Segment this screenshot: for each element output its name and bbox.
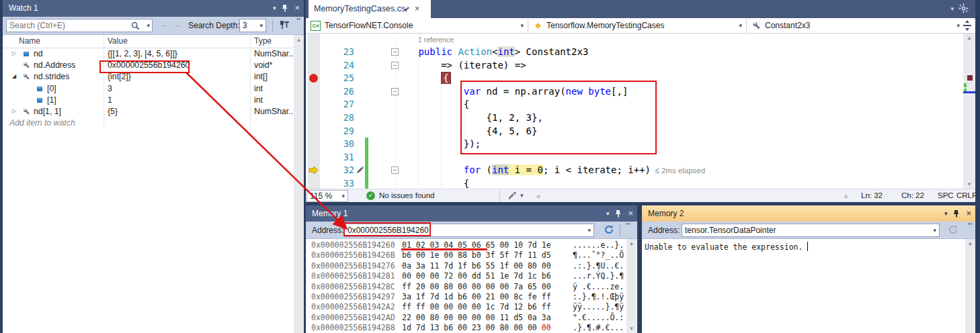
expander-collapsed-icon[interactable]: ▷ [12, 108, 16, 114]
watch-value[interactable]: {int[2]} [108, 72, 131, 81]
watch-name[interactable]: nd [34, 49, 43, 58]
watch-name[interactable]: nd[1, 1] [34, 107, 61, 116]
watch-row[interactable]: [1]1int [3, 95, 294, 106]
code-token: nd = np.array( [481, 86, 565, 97]
refresh-icon-disabled[interactable] [948, 224, 958, 235]
window-position-icon[interactable]: ▾ [606, 205, 610, 222]
watch-row[interactable]: [0]3int [3, 83, 294, 95]
tab-close-icon[interactable]: × [415, 0, 419, 17]
toolbar-overflow-icon[interactable]: '' [626, 222, 630, 230]
watch-name[interactable]: [0] [47, 84, 56, 93]
watch-scrollbar[interactable]: ▲ [294, 35, 304, 333]
memory1-title-bar[interactable]: Memory 1 ▾ × [306, 205, 637, 222]
close-icon[interactable]: × [294, 0, 300, 16]
memory2-title-bar[interactable]: Memory 2 ▾ × [642, 205, 975, 222]
gear-icon[interactable] [958, 3, 969, 13]
watch-value[interactable]: 1 [108, 95, 112, 105]
window-position-icon[interactable]: ▾ [273, 0, 276, 16]
memory-hex-bytes[interactable]: ff 20 00 80 00 00 00 00 7a 65 00 [402, 282, 551, 292]
code-line[interactable]: => (iterate) => [373, 59, 526, 73]
memory2-content[interactable]: Unable to evaluate the expression. [642, 239, 965, 333]
code-editor[interactable]: 1 reference 23− public Action<int> Const… [306, 34, 963, 189]
memory-hex-bytes[interactable]: 00 00 00 72 00 dd 51 1e 7d 1c b6 [402, 271, 551, 281]
split-window-icon[interactable] [963, 20, 972, 31]
code-cleanup-dropdown-icon[interactable]: ▾ [520, 192, 524, 199]
format-specifier-icon[interactable] [278, 19, 290, 31]
add-item-label[interactable]: Add item to watch [9, 118, 75, 128]
memory1-hex-dump[interactable]: 0x000002556B19426001 02 03 04 05 06 65 0… [306, 239, 626, 333]
watch-name[interactable]: [1] [47, 95, 56, 105]
issues-label[interactable]: No issues found [379, 191, 434, 199]
code-line[interactable]: {4, 5, 6} [373, 125, 537, 138]
tab-pin-icon[interactable] [403, 5, 411, 13]
close-icon[interactable]: × [628, 205, 633, 222]
reference-count-label[interactable]: 1 reference [418, 36, 454, 44]
memory1-scrollbar[interactable]: ▲ ▼ [626, 239, 637, 333]
watch-value[interactable]: 0x000002556b194260 [108, 60, 190, 70]
watch-value[interactable]: {[[1, 2, 3], [4, 5, 6]]} [108, 49, 177, 58]
breakpoint-margin[interactable] [308, 34, 320, 189]
code-line[interactable]: { [373, 177, 469, 189]
column-type[interactable]: Type [254, 36, 272, 46]
expander-expanded-icon[interactable]: ◢ [12, 73, 16, 79]
tabstrip-dropdown-icon[interactable]: ▾ [950, 5, 954, 12]
search-input[interactable]: Search (Ctrl+E) ▾ [6, 19, 153, 32]
watch-name[interactable]: nd.Address [34, 60, 75, 70]
code-cleanup-icon[interactable] [507, 191, 518, 201]
zoom-select[interactable]: 115 % ▾ [307, 190, 348, 202]
horizontal-scrollbar[interactable]: ◀ ▶ [534, 191, 850, 201]
column-value[interactable]: Value [108, 36, 128, 46]
code-line[interactable]: { [373, 98, 469, 111]
code-line[interactable]: }); [373, 138, 481, 151]
pin-icon[interactable] [282, 4, 288, 12]
memory-address: 0x000002556B194260 [311, 240, 395, 250]
watch-row[interactable]: ▷nd[1, 1]{5}NumShar... [3, 106, 294, 117]
code-line[interactable]: var nd = np.array(new byte[,] [373, 85, 628, 99]
refresh-icon[interactable] [604, 224, 614, 235]
memory-hex-bytes[interactable]: 0a 3a 11 7d 1f b6 55 1f 00 80 00 [402, 261, 551, 271]
search-depth-select[interactable]: 3 ▾ [239, 19, 266, 32]
pin-icon[interactable] [615, 209, 622, 218]
project-dropdown[interactable]: C# TensorFlowNET.Console ▾ [308, 19, 528, 33]
watch-name[interactable]: nd.strides [34, 72, 69, 81]
search-options-icon[interactable]: ▾ [147, 22, 150, 29]
code-line[interactable]: { [373, 72, 451, 85]
watch-value[interactable]: {5} [108, 107, 118, 116]
toolbar-overflow-icon[interactable]: '' [296, 17, 301, 25]
code-line[interactable]: for (int i = 0; i < iterate; i++) ≤ 2ms … [373, 164, 705, 177]
document-tab[interactable]: MemoryTestingCases.cs × [309, 0, 431, 18]
watch-value[interactable]: 3 [108, 84, 112, 93]
toolbar-separator [272, 19, 273, 32]
pin-icon[interactable] [953, 209, 960, 218]
search-back-icon[interactable]: ← [160, 19, 169, 30]
memory-hex-bytes[interactable]: ff ff 00 00 00 00 1c 7d 12 b6 ff [402, 302, 551, 312]
type-dropdown[interactable]: Tensorflow.MemoryTestingCases ▾ [530, 19, 747, 33]
address-input[interactable]: tensor.TensorDataPointer ▾ [682, 224, 940, 237]
code-line[interactable]: public Action<int> Constant2x3 [373, 46, 588, 59]
add-watch-row[interactable]: Add item to watch [3, 117, 294, 129]
memory-hex-bytes[interactable]: b6 00 1e 00 88 b0 3f 5f 7f 11 d5 [402, 250, 551, 260]
chevron-down-icon: ▾ [739, 19, 742, 33]
editor-scrollbar[interactable]: ▲ ▼ [963, 34, 975, 189]
watch-row[interactable]: ◢nd.strides{int[2]}int[] [3, 71, 294, 83]
watch-row[interactable]: nd.Address0x000002556b194260void* [3, 60, 294, 71]
memory-hex-bytes[interactable]: 1d 7d 13 b6 00 23 00 80 00 00 00 [402, 323, 551, 333]
column-name[interactable]: Name [19, 36, 40, 46]
address-input[interactable]: 0x000002556B194260 ▾ [344, 224, 594, 237]
search-icon[interactable] [131, 21, 140, 30]
watch-row[interactable]: ▷nd{[[1, 2, 3], [4, 5, 6]]}NumShar... [3, 48, 294, 60]
code-line[interactable]: {1, 2, 3}, [373, 111, 543, 125]
close-icon[interactable]: × [966, 205, 971, 222]
window-position-icon[interactable]: ▾ [944, 205, 948, 222]
issues-check-icon[interactable]: ✓ [366, 191, 375, 200]
current-statement-arrow-icon [309, 166, 319, 175]
memory-hex-bytes[interactable]: 22 00 80 00 00 00 00 11 d5 0a 3a [402, 313, 551, 323]
expander-collapsed-icon[interactable]: ▷ [12, 50, 16, 56]
memory-hex-bytes[interactable]: 3a 1f 7d 1d b6 00 21 00 8c fe ff [402, 292, 551, 302]
column-indicator: Ch: 22 [901, 191, 924, 199]
memory2-scrollbar[interactable]: ▲ [965, 239, 975, 333]
watch-title-bar[interactable]: Watch 1 ▾ × [3, 0, 304, 17]
search-forward-icon[interactable]: → [172, 19, 181, 30]
toolbar-overflow-icon[interactable]: '' [968, 222, 973, 230]
member-dropdown[interactable]: Constant2x3 ▾ [749, 19, 964, 33]
